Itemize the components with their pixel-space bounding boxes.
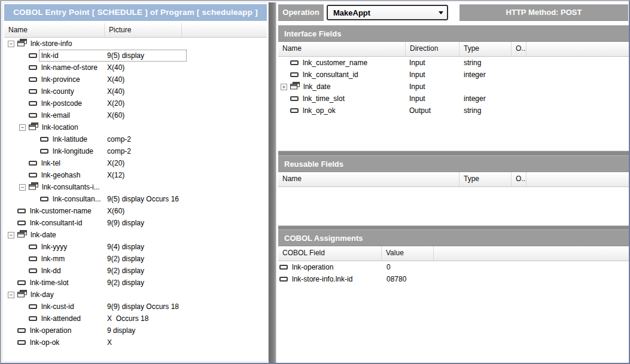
table-row[interactable]: −lnk-consultants-i... <box>4 181 267 193</box>
table-row[interactable]: −lnk-day <box>4 289 267 301</box>
collapse-icon[interactable]: − <box>8 292 14 298</box>
table-row[interactable]: lnk_customer_nameInputstring <box>278 57 629 69</box>
table-row[interactable]: lnk-telX(20) <box>4 157 267 169</box>
expand-icon[interactable]: + <box>281 84 287 90</box>
table-row[interactable]: lnk-store-info.lnk-id08780 <box>278 273 629 285</box>
table-row[interactable]: −lnk-store-info <box>4 38 267 50</box>
table-row[interactable]: lnk_consultant_idInputinteger <box>278 69 629 81</box>
cobol-entry-point-panel: COBOL Entry Point [ SCHEDULE ] of Progra… <box>2 2 269 362</box>
field-icon <box>29 244 37 249</box>
table-row[interactable]: lnk-mm9(2) display <box>4 253 267 265</box>
table-row[interactable]: lnk-dd9(2) display <box>4 265 267 277</box>
row-picture: X(20) <box>107 97 124 109</box>
collapse-icon[interactable]: − <box>19 124 26 131</box>
interface-fields-rows: lnk_customer_nameInputstringlnk_consulta… <box>278 57 629 117</box>
row-picture: X(20) <box>107 157 124 169</box>
group-field-icon <box>17 230 27 240</box>
table-row[interactable]: +lnk_dateInput <box>278 81 629 93</box>
table-row[interactable]: lnk-cust-id9(9) display Occurs 18 <box>4 301 267 313</box>
field-icon <box>17 340 26 345</box>
row-direction: Input <box>409 57 425 69</box>
collapse-icon[interactable]: − <box>8 232 14 238</box>
row-picture: X(40) <box>107 85 124 97</box>
field-icon <box>279 277 288 282</box>
collapse-icon[interactable]: − <box>8 41 14 47</box>
row-picture: X Occurs 18 <box>107 313 148 325</box>
panel-splitter[interactable] <box>269 2 276 364</box>
interface-fields-title: Interface Fields <box>278 25 629 42</box>
row-value: 0 <box>386 261 391 273</box>
row-picture: X(60) <box>107 109 124 121</box>
column-header-cobol-field: COBOL Field <box>278 246 382 261</box>
field-icon <box>17 328 26 333</box>
row-name: lnk-time-slot <box>29 279 70 287</box>
table-row[interactable]: lnk-time-slot9(2) display <box>4 277 267 289</box>
row-picture: X(12) <box>107 169 124 181</box>
row-picture: X(40) <box>107 74 124 85</box>
table-row[interactable]: lnk-operation9 display <box>4 325 267 337</box>
table-row[interactable]: lnk-emailX(60) <box>4 109 267 121</box>
column-header-occurs: O... <box>512 42 526 56</box>
row-name: lnk_op_ok <box>302 106 337 115</box>
field-icon <box>40 137 48 142</box>
table-row[interactable]: lnk-consultan...9(5) display Occurs 16 <box>4 193 267 205</box>
table-row[interactable]: lnk-countyX(40) <box>4 85 267 97</box>
operation-select[interactable]: MakeAppt <box>327 5 448 20</box>
table-row[interactable]: lnk-yyyy9(4) display <box>4 241 267 253</box>
chevron-down-icon <box>439 11 443 14</box>
operation-selected-value: MakeAppt <box>333 8 439 17</box>
group-field-icon <box>17 39 27 48</box>
row-name: lnk-date <box>29 231 57 239</box>
cobol-assignments-column-header: COBOL Field Value <box>278 246 629 261</box>
row-name: lnk-geohash <box>40 171 81 179</box>
field-icon <box>17 209 26 213</box>
field-icon <box>29 113 37 118</box>
column-header-name: Name <box>278 42 406 56</box>
group-field-icon <box>29 182 38 192</box>
row-name: lnk-customer-name <box>29 207 93 215</box>
row-name: lnk-store-info <box>29 39 73 48</box>
table-row[interactable]: lnk-operation0 <box>278 261 629 273</box>
row-name: lnk-consultant-id <box>29 219 83 227</box>
field-icon <box>290 96 299 101</box>
table-row[interactable]: lnk-name-of-storeX(40) <box>4 62 267 74</box>
table-row[interactable]: lnk-customer-nameX(60) <box>4 205 267 217</box>
cobol-assignments-rows: lnk-operation0lnk-store-info.lnk-id08780 <box>278 261 629 285</box>
row-type: string <box>464 105 481 117</box>
row-name: lnk_date <box>302 82 331 91</box>
field-icon <box>29 268 37 273</box>
table-row[interactable]: lnk-op-okX <box>4 337 267 348</box>
cobol-structure-tree: −lnk-store-infolnk-id9(5) displaylnk-nam… <box>4 38 267 348</box>
table-row[interactable]: −lnk-location <box>4 121 267 133</box>
left-column-header: Name Picture <box>4 23 267 38</box>
table-row[interactable]: lnk-consultant-id9(9) display <box>4 217 267 229</box>
row-picture: 9(5) display Occurs 16 <box>107 193 179 205</box>
row-name: lnk-consultants-i... <box>41 183 101 191</box>
row-name: lnk-op-ok <box>29 338 60 347</box>
row-picture: 9(5) display <box>107 50 144 62</box>
table-row[interactable]: lnk-geohashX(12) <box>4 169 267 181</box>
row-picture: 9(2) display <box>107 277 144 289</box>
table-row[interactable]: lnk-id9(5) display <box>4 50 267 62</box>
field-icon <box>29 304 37 309</box>
table-row[interactable]: −lnk-date <box>4 229 267 241</box>
row-picture: 9(9) display Occurs 18 <box>107 301 179 313</box>
row-name: lnk_consultant_id <box>302 71 360 79</box>
row-picture: 9(4) display <box>107 241 144 253</box>
row-value: 08780 <box>386 273 406 285</box>
row-picture: X(40) <box>107 62 124 74</box>
operation-panel: Operation MakeAppt HTTP Method: POST Int… <box>276 2 630 364</box>
table-row[interactable]: lnk-postcodeX(20) <box>4 97 267 109</box>
table-row[interactable]: lnk_time_slotInputinteger <box>278 93 629 105</box>
field-icon <box>29 161 37 166</box>
table-row[interactable]: lnk-provinceX(40) <box>4 74 267 85</box>
table-row[interactable]: lnk_op_okOutputstring <box>278 105 629 117</box>
cobol-assignments-title: COBOL Assignments <box>278 230 629 246</box>
collapse-icon[interactable]: − <box>19 184 26 191</box>
row-picture: 9(2) display <box>107 265 144 277</box>
table-row[interactable]: lnk-latitudecomp-2 <box>4 133 267 145</box>
row-name: lnk-latitude <box>51 135 89 143</box>
table-row[interactable]: lnk-attendedX Occurs 18 <box>4 313 267 325</box>
column-header-direction: Direction <box>406 42 459 56</box>
table-row[interactable]: lnk-longitudecomp-2 <box>4 145 267 157</box>
